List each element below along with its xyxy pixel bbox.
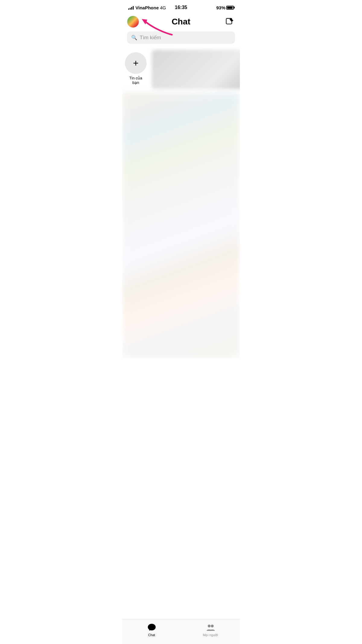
plus-icon: + — [133, 58, 139, 68]
network-label: 4G — [160, 5, 166, 10]
avatar[interactable] — [127, 16, 139, 28]
carrier-label: VinaPhone — [135, 5, 159, 10]
header: Chat — [122, 13, 240, 31]
battery-icon — [226, 6, 234, 10]
stories-section: + Tin của bạn — [122, 47, 240, 93]
time-label: 16:35 — [175, 5, 187, 10]
add-story-button[interactable]: + Tin của bạn — [122, 50, 149, 89]
compose-button[interactable] — [224, 16, 235, 27]
status-bar: VinaPhone 4G 16:35 93% — [122, 0, 240, 13]
arrow-annotation — [139, 17, 175, 39]
add-story-label: Tin của bạn — [127, 76, 144, 85]
status-right: 93% — [216, 5, 234, 10]
battery-indicator: 93% — [216, 5, 234, 10]
svg-marker-0 — [142, 19, 147, 24]
search-icon: 🔍 — [131, 35, 137, 40]
stories-blurred-preview — [152, 50, 240, 89]
battery-percent: 93% — [216, 5, 225, 10]
battery-fill — [227, 7, 233, 9]
signal-icon — [128, 5, 134, 10]
chat-list — [122, 93, 240, 358]
status-left: VinaPhone 4G — [128, 5, 166, 10]
add-story-circle: + — [125, 52, 147, 74]
